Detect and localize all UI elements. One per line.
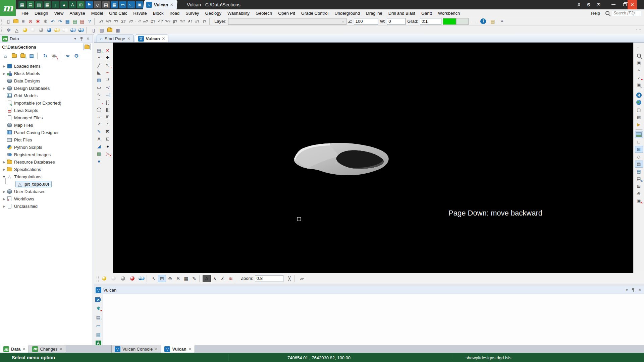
light-red-icon[interactable] [128, 275, 136, 282]
resize-brackets-icon[interactable]: [ ] [104, 98, 112, 106]
menu-item-drill-and-blast[interactable]: Drill and Blast [385, 11, 418, 16]
tree-item-panel-caving-designer[interactable]: Panel Caving Designer [0, 129, 93, 136]
menu-item-open-pit[interactable]: Open Pit [275, 11, 298, 16]
line-tool-icon[interactable]: ╱ [95, 61, 103, 69]
tree-item-block-models[interactable]: ▶Block Models [0, 70, 93, 77]
clear-console-icon[interactable]: ✕ [95, 296, 102, 303]
tree-item-resource-databases[interactable]: ▶Resource Databases [0, 158, 93, 166]
menu-item-rsvute[interactable]: Rsvute [130, 11, 150, 16]
tab-vulcan[interactable]: ▽Vulcan✕ [135, 35, 168, 42]
tree-item-user-databases[interactable]: ▶User Databases [0, 188, 93, 195]
tab-changes[interactable]: mChanges✕ [29, 345, 66, 353]
grad-input[interactable] [420, 18, 441, 25]
sphere-pair-icon[interactable] [77, 26, 85, 34]
form-pick-icon[interactable]: ▤ [489, 18, 497, 25]
query-inf-icon[interactable]: ∞? [142, 18, 149, 25]
burst-gray-icon[interactable]: ✱ [42, 18, 49, 25]
tree-item-map-files[interactable]: Map Files [0, 121, 93, 129]
hatch-tool-icon[interactable]: ▩ [95, 150, 103, 157]
wireframe-display-icon[interactable]: ◇ [635, 153, 643, 160]
menu-item-analyse[interactable]: Analyse [66, 11, 88, 16]
paste-special-icon[interactable]: ⊞ [104, 113, 112, 120]
eraser-icon[interactable]: ▱ [298, 275, 306, 282]
globe-icon[interactable] [635, 99, 643, 106]
solid-display-icon[interactable]: □ [635, 138, 643, 145]
snap-string-icon[interactable]: S [174, 275, 182, 282]
query-edit-icon[interactable]: ✎? [164, 18, 171, 25]
expand-arrow-icon[interactable]: ▼ [0, 175, 6, 179]
measure-compass-icon[interactable]: ∧ [211, 275, 219, 282]
menu-item-washability[interactable]: Washability [224, 11, 253, 16]
pick-hand-icon[interactable]: ▶ [635, 121, 643, 128]
tab-start-page[interactable]: ⌂Start Page✕ [97, 35, 134, 42]
horizontal-splitter[interactable] [94, 284, 644, 286]
page-stack-icon[interactable]: ▤ [98, 26, 106, 34]
light-blue-pair-icon[interactable] [138, 275, 146, 282]
grid-display-icon[interactable]: ⊞ [635, 183, 643, 190]
plot-database-icon[interactable]: ▦ [18, 1, 26, 8]
render-settings-icon[interactable]: ▨ [635, 114, 643, 121]
query-x-icon[interactable]: x? [98, 18, 105, 25]
minimize-button[interactable] [608, 0, 619, 9]
move-point-icon[interactable]: ↖▪ [104, 61, 112, 69]
copy-log-icon[interactable]: ▤ [95, 331, 102, 338]
query-what-icon[interactable]: ?? [112, 18, 120, 25]
refresh-icon[interactable]: ↻ [41, 52, 49, 60]
tree-item-lava-scripts[interactable]: Lava Scripts [0, 107, 93, 114]
window-copy-icon[interactable]: ▣ [635, 59, 643, 66]
document-icon[interactable]: ▤ [102, 1, 110, 8]
snap-settings-icon[interactable]: ✻ [5, 26, 13, 34]
edit-objects-icon[interactable]: ▤+ [95, 47, 103, 54]
spreadsheet-icon[interactable]: ▦ [44, 1, 51, 8]
table-settings-icon[interactable]: ▥ [35, 1, 43, 8]
capsule-blue-icon[interactable] [69, 26, 77, 34]
move-object-icon[interactable]: ✚ [104, 54, 112, 61]
connection-icon[interactable]: ≡ [19, 18, 27, 25]
contour-waves-icon[interactable]: ≋ [227, 275, 235, 282]
spade-tool-icon[interactable]: ♠ [95, 157, 103, 165]
titlebar-tab-close-icon[interactable]: ✕ [170, 2, 173, 7]
pin-map-icon[interactable]: ⚑ [86, 1, 93, 8]
fillet-corner-icon[interactable]: ◜ [104, 120, 112, 128]
menu-item-help[interactable]: Help [588, 11, 603, 16]
split-line-icon[interactable]: −/ [104, 83, 112, 91]
tab-close-icon[interactable]: ✕ [189, 347, 192, 351]
help-query-icon[interactable]: ? [86, 18, 93, 25]
save-log-icon[interactable]: ▤↓ [95, 313, 102, 321]
query-rect-icon[interactable]: ▭? [135, 18, 142, 25]
tab-close-icon[interactable]: ✕ [155, 347, 158, 351]
ball-white-icon[interactable] [29, 26, 37, 34]
terminal-window-icon[interactable]: ▣ [136, 1, 143, 8]
menu-item-design[interactable]: Design [32, 11, 51, 16]
point-tool-icon[interactable]: • [95, 54, 103, 61]
panel-close-icon[interactable]: ✕ [637, 288, 642, 292]
query-updown-icon[interactable]: ⇅? [179, 18, 186, 25]
tree-item-unclassified[interactable]: ▶Unclassified [0, 202, 93, 210]
light-yellow-icon[interactable] [100, 275, 108, 282]
query-hash-icon[interactable]: #? [194, 18, 201, 25]
triangle-delete-icon[interactable]: ▷✕ [104, 150, 112, 157]
folder-grid-icon[interactable] [106, 26, 114, 34]
light-white-icon[interactable] [109, 275, 117, 282]
extend-box-icon[interactable]: ⊠ [104, 128, 112, 135]
menu-item-dragline[interactable]: Dragline [363, 11, 385, 16]
z-axis-icon[interactable]: z● [635, 74, 643, 81]
target-display-icon[interactable]: ⊕ [635, 190, 643, 197]
page-icon[interactable]: ▯ [90, 26, 98, 34]
browse-folder-button[interactable] [83, 44, 91, 50]
angle-measure-icon[interactable]: ∠ [219, 275, 227, 282]
expand-arrow-icon[interactable]: ▶ [0, 72, 6, 75]
panel-menu-icon[interactable]: ▾ [72, 37, 78, 41]
expand-arrow-icon[interactable]: ▶ [0, 197, 6, 201]
new-folder-icon[interactable]: + [19, 52, 27, 60]
tree-item-importable-or-exported-[interactable]: Importable (or Exported) [0, 99, 93, 107]
tree-item-managed-files[interactable]: Managed Files [0, 114, 93, 121]
menu-item-underground[interactable]: Underground [331, 11, 363, 16]
menu-item-grid-calc[interactable]: Grid Calc [106, 11, 130, 16]
colour-swatch-green[interactable] [443, 18, 456, 25]
terrain-icon[interactable]: ▲ [60, 1, 68, 8]
redo-icon[interactable]: ↷ [56, 18, 64, 25]
pages-blue-icon[interactable]: ▤ [635, 168, 643, 175]
copy-rotate-icon[interactable]: ⊡ [104, 135, 112, 142]
tree-item-workflows[interactable]: ▶Workflows [0, 195, 93, 202]
